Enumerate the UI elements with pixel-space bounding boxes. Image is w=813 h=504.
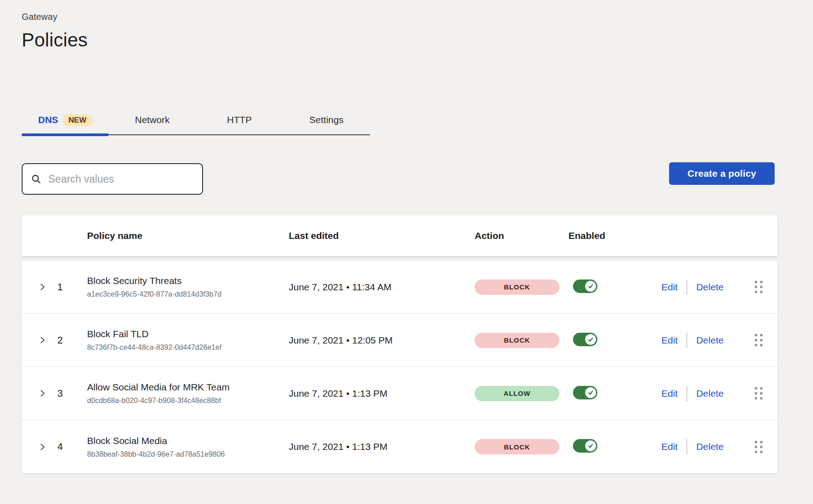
tab-network[interactable]: Network (109, 105, 196, 134)
drag-handle-icon[interactable] (755, 441, 762, 453)
action-badge: BLOCK (475, 439, 559, 454)
tab-settings[interactable]: Settings (283, 105, 370, 134)
table-row: 3 Allow Social Media for MRK Team d0cdb6… (22, 367, 777, 420)
edit-link[interactable]: Edit (661, 441, 678, 452)
create-policy-button[interactable]: Create a policy (669, 162, 775, 185)
action-badge: ALLOW (475, 386, 559, 401)
tab-settings-label: Settings (309, 115, 344, 125)
link-divider (687, 279, 687, 295)
tab-dns-label: DNS (38, 115, 58, 125)
table-body: 1 Block Security Threats a1ec3ce9-96c5-4… (22, 261, 777, 473)
page-header: Gateway Policies (22, 12, 88, 51)
last-edited-value: June 7, 2021 • 11:34 AM (289, 282, 475, 293)
row-number: 4 (57, 441, 63, 453)
last-edited-value: June 7, 2021 • 1:13 PM (289, 388, 475, 399)
column-enabled: Enabled (568, 230, 661, 241)
row-number: 3 (57, 388, 63, 399)
table-row: 4 Block Social Media 8b38beaf-38bb-4b2d-… (22, 420, 777, 473)
delete-link[interactable]: Delete (696, 335, 724, 346)
column-policy-name: Policy name (87, 230, 289, 241)
search-input[interactable] (48, 173, 194, 185)
toggle-check-icon (585, 281, 596, 292)
policy-name: Block Social Media (87, 435, 289, 446)
expand-chevron-icon[interactable] (39, 336, 46, 344)
table-header: Policy name Last edited Action Enabled (22, 215, 777, 256)
policy-name: Block Security Threats (87, 275, 289, 286)
new-badge: NEW (63, 114, 92, 126)
row-number: 2 (57, 334, 63, 346)
tab-network-label: Network (135, 115, 170, 125)
link-divider (687, 333, 687, 348)
drag-handle-icon[interactable] (755, 387, 762, 399)
tab-http-label: HTTP (227, 115, 252, 125)
search-box (22, 163, 203, 195)
delete-link[interactable]: Delete (696, 388, 724, 399)
policy-uuid: a1ec3ce9-96c5-42f0-877a-dd814d3f3b7d (87, 290, 289, 298)
policy-uuid: 8c736f7b-ce44-48ca-8392-0d447d26e1ef (87, 344, 289, 352)
edit-link[interactable]: Edit (661, 282, 678, 293)
drag-handle-icon[interactable] (755, 334, 762, 346)
table-row: 1 Block Security Threats a1ec3ce9-96c5-4… (22, 261, 777, 314)
expand-chevron-icon[interactable] (39, 283, 46, 291)
link-divider (687, 386, 687, 401)
tab-bar: DNS NEW Network HTTP Settings (22, 105, 370, 135)
policy-uuid: 8b38beaf-38bb-4b2d-96e7-ad78a51e9806 (87, 450, 289, 458)
delete-link[interactable]: Delete (696, 441, 724, 452)
last-edited-value: June 7, 2021 • 1:13 PM (289, 441, 475, 452)
link-divider (687, 439, 687, 454)
tab-dns[interactable]: DNS NEW (22, 105, 109, 134)
drag-handle-icon[interactable] (755, 281, 762, 293)
enabled-toggle[interactable] (573, 279, 597, 293)
enabled-toggle[interactable] (573, 386, 597, 399)
toggle-check-icon (585, 334, 596, 345)
policies-table: Policy name Last edited Action Enabled 1… (22, 215, 777, 473)
policy-name: Block Fail TLD (87, 329, 289, 339)
column-last-edited: Last edited (289, 230, 475, 241)
edit-link[interactable]: Edit (661, 335, 678, 346)
action-badge: BLOCK (475, 333, 559, 348)
delete-link[interactable]: Delete (696, 282, 724, 293)
column-action: Action (475, 230, 568, 241)
enabled-toggle[interactable] (573, 333, 597, 346)
search-icon (31, 174, 42, 184)
enabled-toggle[interactable] (573, 439, 597, 453)
edit-link[interactable]: Edit (661, 388, 678, 399)
last-edited-value: June 7, 2021 • 12:05 PM (289, 335, 475, 346)
expand-chevron-icon[interactable] (39, 389, 46, 397)
toggle-check-icon (585, 387, 596, 398)
page-title: Policies (22, 29, 88, 51)
policy-name: Allow Social Media for MRK Team (87, 382, 289, 393)
action-badge: BLOCK (475, 279, 559, 295)
table-row: 2 Block Fail TLD 8c736f7b-ce44-48ca-8392… (22, 314, 777, 367)
toggle-check-icon (585, 440, 596, 451)
breadcrumb[interactable]: Gateway (22, 12, 88, 22)
row-number: 1 (57, 281, 63, 293)
tab-http[interactable]: HTTP (196, 105, 283, 134)
policy-uuid: d0cdb68a-b020-4c97-b908-3f4c48ec88bf (87, 397, 289, 405)
expand-chevron-icon[interactable] (39, 443, 46, 451)
